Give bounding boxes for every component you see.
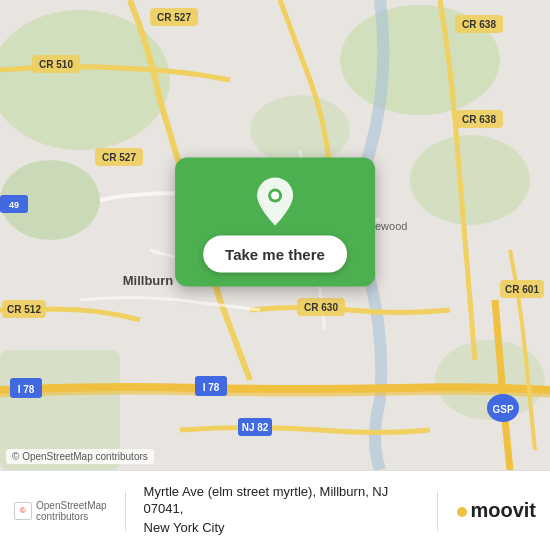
svg-point-37 xyxy=(271,192,279,200)
svg-text:NJ 82: NJ 82 xyxy=(242,422,269,433)
osm-logo: © OpenStreetMapcontributors xyxy=(14,500,107,522)
divider-2 xyxy=(437,491,438,531)
svg-text:CR 527: CR 527 xyxy=(157,12,191,23)
svg-point-38 xyxy=(457,507,467,517)
svg-text:CR 638: CR 638 xyxy=(462,19,496,30)
green-panel: Take me there xyxy=(175,158,375,287)
svg-text:I 78: I 78 xyxy=(18,384,35,395)
location-pin-icon xyxy=(253,176,297,228)
bottom-bar: © OpenStreetMapcontributors Myrtle Ave (… xyxy=(0,470,550,550)
svg-text:CR 638: CR 638 xyxy=(462,114,496,125)
svg-text:Millburn: Millburn xyxy=(123,273,174,288)
address-line1: Myrtle Ave (elm street myrtle), Millburn… xyxy=(144,484,420,518)
moovit-dot-icon xyxy=(456,498,468,524)
svg-text:CR 630: CR 630 xyxy=(304,302,338,313)
address-section: Myrtle Ave (elm street myrtle), Millburn… xyxy=(144,484,420,537)
osm-text: OpenStreetMapcontributors xyxy=(36,500,107,522)
divider xyxy=(125,491,126,531)
action-button-container: Take me there xyxy=(175,158,375,287)
map-view: CR 510 CR 527 CR 527 CR 638 CR 638 CR 63… xyxy=(0,0,550,470)
svg-point-4 xyxy=(410,135,530,225)
address-line2: New York City xyxy=(144,520,420,537)
svg-text:CR 512: CR 512 xyxy=(7,304,41,315)
osm-attribution: © OpenStreetMap contributors xyxy=(6,449,154,464)
moovit-logo: moovit xyxy=(456,498,536,524)
svg-text:49: 49 xyxy=(9,200,19,210)
svg-text:GSP: GSP xyxy=(492,404,513,415)
svg-text:lewood: lewood xyxy=(373,220,408,232)
svg-text:CR 527: CR 527 xyxy=(102,152,136,163)
osm-icon: © xyxy=(14,502,32,520)
take-me-there-button[interactable]: Take me there xyxy=(203,236,347,273)
svg-text:CR 510: CR 510 xyxy=(39,59,73,70)
svg-text:I 78: I 78 xyxy=(203,382,220,393)
svg-text:CR 601: CR 601 xyxy=(505,284,539,295)
